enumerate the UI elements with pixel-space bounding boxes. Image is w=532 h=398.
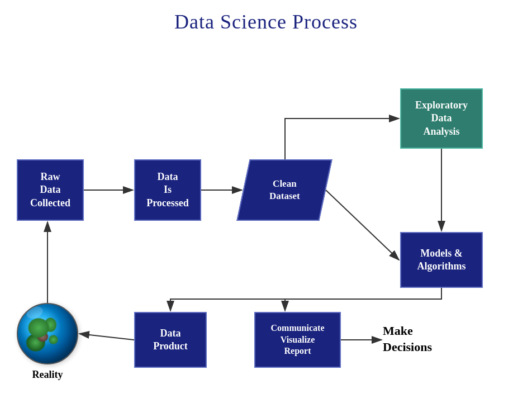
reality-label: Reality [17, 369, 78, 381]
arrow-clean-to-models [326, 190, 399, 260]
exploratory-analysis-box: ExploratoryDataAnalysis [400, 88, 483, 149]
models-algorithms-box: Models &Algorithms [400, 232, 483, 288]
arrow-models-to-communicate [285, 288, 441, 311]
globe-icon [17, 303, 78, 364]
communicate-box: CommunicateVisualizeReport [254, 312, 341, 368]
arrow-clean-to-eda [285, 119, 399, 159]
arrow-models-to-dataproduct [170, 288, 441, 311]
page-title: Data Science Process [0, 0, 532, 34]
data-product-box: DataProduct [134, 312, 207, 368]
data-processed-box: DataIsProcessed [134, 159, 201, 221]
raw-data-box: RawDataCollected [17, 159, 84, 221]
clean-dataset-box: CleanDataset [236, 159, 332, 221]
arrow-dataproduct-to-globe [79, 334, 134, 340]
diagram-container: RawDataCollected DataIsProcessed CleanDa… [0, 39, 532, 398]
make-decisions-label: MakeDecisions [383, 323, 432, 355]
